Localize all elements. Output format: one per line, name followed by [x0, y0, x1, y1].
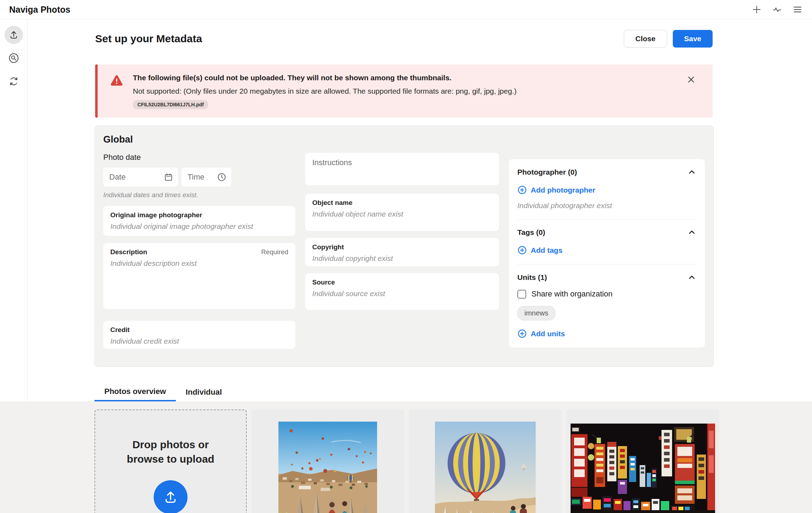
page-title: Set up your Metadata — [95, 33, 202, 45]
object-name-label: Object name — [312, 199, 492, 207]
source-field[interactable]: Source Individual source exist — [305, 273, 499, 310]
dropzone-text: Drop photos or browse to upload — [116, 438, 225, 466]
share-label: Share with organization — [531, 289, 613, 299]
collections-card: Photographer (0) Add photographer Indivi… — [509, 159, 705, 348]
description-label: Description — [110, 248, 147, 256]
add-photographer-label: Add photographer — [531, 186, 595, 194]
calendar-icon — [164, 172, 173, 182]
chevron-up-icon[interactable] — [687, 273, 696, 282]
copyright-label: Copyright — [312, 243, 492, 251]
instructions-field[interactable]: Instructions — [305, 153, 499, 185]
unit-chip[interactable]: imnews — [517, 306, 555, 320]
clock-icon — [217, 172, 227, 182]
original-photographer-field[interactable]: Original image photographer Individual o… — [103, 206, 295, 236]
alert-title: The following file(s) could not be uploa… — [133, 74, 688, 82]
instructions-placeholder: Instructions — [312, 158, 352, 167]
credit-label: Credit — [110, 326, 288, 334]
balloon-photo — [435, 413, 536, 513]
photographer-section: Photographer (0) Add photographer Indivi… — [517, 159, 696, 219]
chevron-up-icon[interactable] — [687, 228, 696, 237]
metadata-column-middle: Instructions Object name Individual obje… — [305, 149, 499, 349]
time-placeholder: Time — [187, 173, 204, 182]
bottom-tabs: Photos overview Individual — [94, 383, 232, 401]
dropzone[interactable]: Drop photos or browse to upload — [94, 409, 247, 513]
close-icon[interactable] — [687, 75, 696, 84]
upload-icon[interactable] — [5, 26, 23, 44]
source-label: Source — [312, 279, 492, 286]
rejected-file-chip: CFIL52U2BL7DI661J7LH.pdf — [133, 100, 208, 109]
tab-individual[interactable]: Individual — [176, 383, 232, 401]
main-area: Set up your Metadata Close Save The foll… — [0, 19, 812, 401]
add-units-label: Add units — [531, 330, 565, 338]
metadata-column-left: Photo date Date Time — [103, 149, 295, 349]
global-metadata-panel: Global Photo date Date — [94, 125, 714, 367]
activity-icon[interactable] — [772, 4, 782, 15]
required-badge: Required — [261, 248, 288, 256]
plus-icon[interactable] — [751, 4, 762, 15]
tags-section-title: Tags (0) — [517, 228, 545, 237]
photographer-hint: Individual photographer exist — [517, 201, 696, 210]
description-value: Individual description exist — [110, 259, 288, 268]
source-value: Individual source exist — [312, 289, 492, 298]
add-photographer-button[interactable]: Add photographer — [517, 185, 595, 195]
upload-error-alert: The following file(s) could not be uploa… — [95, 64, 713, 118]
sync-icon[interactable] — [5, 72, 23, 90]
thumbnail-tokyo-neon-street[interactable] — [566, 409, 719, 513]
units-section-title: Units (1) — [517, 273, 547, 282]
photographer-section-header[interactable]: Photographer (0) — [517, 168, 696, 177]
thumbnail-hot-air-balloon[interactable] — [409, 409, 562, 513]
thumbnail-cappadocia-balloons[interactable] — [251, 409, 404, 513]
share-with-organization-row[interactable]: Share with organization — [517, 289, 696, 299]
add-units-button[interactable]: Add units — [517, 329, 565, 338]
warning-icon — [110, 74, 124, 109]
add-tags-label: Add tags — [531, 246, 562, 255]
object-name-value: Individual object name exist — [312, 210, 492, 218]
copyright-field[interactable]: Copyright Individual copyright exist — [305, 238, 499, 266]
original-photographer-label: Original image photographer — [110, 211, 288, 219]
save-button[interactable]: Save — [673, 30, 713, 48]
topbar-actions — [751, 4, 803, 15]
add-tags-button[interactable]: Add tags — [517, 245, 562, 255]
units-section: Units (1) Share with organization imnews — [517, 264, 696, 348]
alert-body: The following file(s) could not be uploa… — [133, 74, 688, 109]
tags-section: Tags (0) Add tags — [517, 219, 696, 264]
tokyo-photo — [571, 424, 715, 513]
share-checkbox[interactable] — [517, 290, 526, 299]
photo-date-inputs: Date Time — [103, 168, 295, 187]
description-field[interactable]: Description Required Individual descript… — [103, 243, 295, 309]
credit-field[interactable]: Credit Individual credit exist — [103, 321, 295, 349]
photographer-section-title: Photographer (0) — [517, 168, 577, 176]
metadata-column-right: Photographer (0) Add photographer Indivi… — [509, 149, 705, 349]
units-section-header[interactable]: Units (1) — [517, 273, 696, 282]
photo-date-label: Photo date — [103, 153, 295, 162]
credit-value: Individual credit exist — [110, 337, 288, 345]
chevron-up-icon[interactable] — [687, 168, 696, 177]
copyright-value: Individual copyright exist — [312, 254, 492, 263]
topbar: Naviga Photos — [0, 0, 812, 19]
photo-date-hint: Individual dates and times exist. — [103, 191, 295, 199]
menu-icon[interactable] — [792, 4, 803, 15]
app-title: Naviga Photos — [9, 5, 70, 15]
close-button[interactable]: Close — [624, 30, 667, 48]
original-photographer-value: Individual original image photographer e… — [110, 222, 288, 231]
search-icon[interactable] — [5, 49, 23, 67]
content-header: Set up your Metadata Close Save — [95, 30, 713, 48]
header-actions: Close Save — [624, 30, 713, 48]
content: Set up your Metadata Close Save The foll… — [27, 19, 812, 401]
sidebar — [0, 19, 27, 401]
date-placeholder: Date — [109, 173, 125, 182]
panel-title: Global — [103, 134, 705, 145]
tab-photos-overview[interactable]: Photos overview — [94, 383, 176, 401]
object-name-field[interactable]: Object name Individual object name exist — [305, 194, 499, 231]
tags-section-header[interactable]: Tags (0) — [517, 228, 696, 237]
upload-icon[interactable] — [154, 480, 187, 513]
alert-detail: Not supported: (Only files under 20 mega… — [133, 87, 688, 95]
date-input[interactable]: Date — [103, 168, 178, 187]
photos-strip: Drop photos or browse to upload — [0, 401, 812, 513]
time-input[interactable]: Time — [182, 168, 231, 187]
cappadocia-photo — [278, 413, 377, 513]
